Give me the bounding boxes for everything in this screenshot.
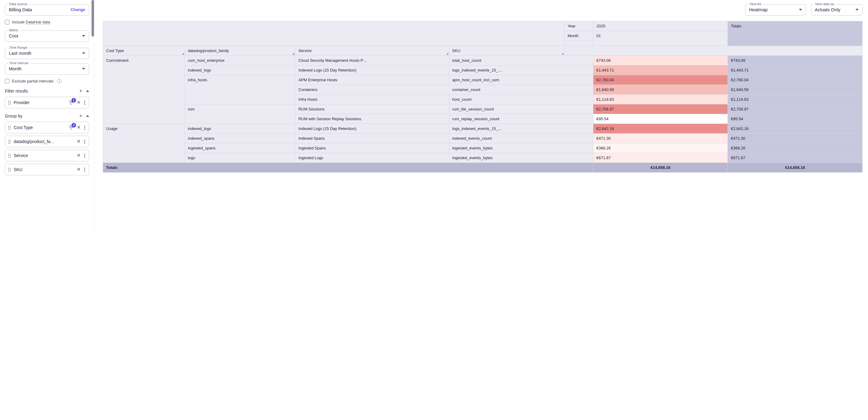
chip[interactable]: Cost Type2✕: [5, 122, 89, 133]
drag-handle-icon[interactable]: [8, 101, 11, 105]
add-group-icon[interactable]: +: [79, 113, 83, 119]
chevron-down-icon: [856, 9, 859, 11]
collapse-filter-icon[interactable]: [86, 90, 89, 92]
remove-icon[interactable]: ✕: [76, 167, 81, 172]
exclude-partial-row[interactable]: Exclude partial intervals i: [5, 79, 89, 83]
cell-cost-type: Commitment: [103, 56, 185, 124]
header-year-value: 2025: [593, 21, 728, 31]
cell-value: €671.87: [593, 153, 728, 163]
exclude-partial-checkbox[interactable]: [5, 79, 9, 83]
chip-label: SKU: [14, 167, 73, 172]
cell-family: indexed_logs: [185, 124, 295, 133]
remove-icon[interactable]: ✕: [76, 100, 81, 105]
collapse-group-icon[interactable]: [86, 115, 89, 117]
grand-total-value: €14,658.16: [593, 163, 728, 173]
cell-service: Ingested Spans: [295, 143, 449, 153]
time-interval-value: Month: [9, 66, 22, 71]
cell-row-total: €1,640.58: [728, 85, 863, 95]
remove-icon[interactable]: ✕: [76, 139, 81, 144]
datasource-legend: Data source: [8, 2, 28, 6]
cell-family: infra_hosts: [185, 75, 295, 104]
time-interval-select[interactable]: Time Interval Month: [5, 63, 89, 74]
cell-sku: logs_indexed_events_15_…: [449, 65, 593, 75]
time-range-legend: Time Range: [8, 46, 29, 49]
view-as-select[interactable]: View As Heatmap: [745, 4, 806, 16]
more-menu-icon[interactable]: [84, 140, 86, 144]
remove-icon[interactable]: ✕: [76, 153, 81, 158]
cell-value: €95.54: [593, 114, 728, 124]
more-menu-icon[interactable]: [84, 101, 86, 105]
header-month-label: Month: [564, 31, 593, 41]
main-content: View As Heatmap View data as Actuals Onl…: [94, 0, 868, 231]
resize-handle-icon[interactable]: [182, 53, 184, 55]
cell-service: Infra Hosts: [295, 95, 449, 104]
scrollbar-thumb[interactable]: [92, 0, 94, 36]
add-filter-icon[interactable]: +: [79, 88, 83, 94]
cell-value: €743.09: [593, 56, 728, 65]
header-cost-type[interactable]: Cost Type: [103, 46, 185, 56]
filter-count-badge: 1: [71, 98, 76, 102]
cell-row-total: €2,760.04: [728, 75, 863, 85]
header-blank: [103, 21, 564, 46]
table-row: Usageindexed_logsIndexed Logs (15 Day Re…: [103, 124, 863, 133]
cell-service: Indexed Logs (15 Day Retention): [295, 124, 449, 133]
drag-handle-icon[interactable]: [8, 126, 11, 130]
sidebar: Data source Billing Data Change Include …: [0, 0, 94, 231]
filter-icon[interactable]: 1: [69, 100, 73, 105]
drag-handle-icon[interactable]: [8, 154, 11, 158]
table-row: logsIngested Logsingested_events_bytes€6…: [103, 153, 863, 163]
include-datahub-checkbox[interactable]: [5, 20, 9, 24]
heatmap-table: Year 2025 Totals Month 01 Cost Type data…: [103, 21, 863, 173]
table-row: indexed_logsIndexed Logs (15 Day Retenti…: [103, 65, 863, 75]
remove-icon[interactable]: ✕: [76, 125, 81, 130]
header-family[interactable]: datadog/product_family: [185, 46, 295, 56]
metric-select[interactable]: Metric Cost: [5, 30, 89, 42]
cell-value: €2,706.97: [593, 104, 728, 114]
chevron-down-icon: [82, 68, 85, 70]
cell-sku: apm_host_count_incl_usm: [449, 75, 593, 85]
chip-label: Provider: [14, 100, 66, 105]
time-interval-legend: Time Interval: [8, 61, 30, 65]
cell-row-total: €1,443.71: [728, 65, 863, 75]
resize-handle-icon[interactable]: [446, 53, 448, 55]
cell-value: €1,640.58: [593, 85, 728, 95]
cell-family: csm_host_enterprise: [185, 56, 295, 65]
chip[interactable]: Provider1✕: [5, 97, 89, 108]
view-data-as-select[interactable]: View data as Actuals Only: [811, 4, 863, 16]
datasource-value: Billing Data: [9, 7, 32, 12]
chip[interactable]: SKU✕: [5, 164, 89, 175]
time-range-value: Last month: [9, 51, 31, 56]
cell-row-total: €2,642.16: [728, 124, 863, 133]
filter-icon[interactable]: 2: [69, 125, 73, 130]
cell-service: Indexed Spans: [295, 133, 449, 143]
resize-handle-icon[interactable]: [292, 53, 294, 55]
resize-handle-icon[interactable]: [561, 53, 564, 55]
cell-sku: container_count: [449, 85, 593, 95]
cell-sku: host_count: [449, 95, 593, 104]
cell-service: Containers: [295, 85, 449, 95]
cell-sku: ingested_events_bytes: [449, 143, 593, 153]
time-range-select[interactable]: Time Range Last month: [5, 48, 89, 59]
info-icon[interactable]: i: [57, 79, 61, 83]
include-datahub-row[interactable]: Include DataHub data: [5, 20, 89, 24]
filter-list: Provider1✕: [5, 97, 89, 108]
group-title: Group by: [5, 114, 23, 118]
drag-handle-icon[interactable]: [8, 140, 11, 144]
more-menu-icon[interactable]: [84, 168, 86, 172]
cell-value: €2,760.04: [593, 75, 728, 85]
header-service[interactable]: Service: [295, 46, 449, 56]
drag-handle-icon[interactable]: [8, 168, 11, 172]
change-datasource-link[interactable]: Change: [70, 7, 85, 12]
chip-label: Cost Type: [14, 125, 66, 130]
header-sku[interactable]: SKU: [449, 46, 564, 56]
cell-value: €2,642.16: [593, 124, 728, 133]
cell-sku: indexed_events_count: [449, 133, 593, 143]
more-menu-icon[interactable]: [84, 126, 86, 130]
table-row: Commitmentcsm_host_enterpriseCloud Secur…: [103, 56, 863, 65]
chip-label: datadog/product_fa…: [14, 139, 73, 144]
cell-family: ingested_spans: [185, 143, 295, 153]
chip[interactable]: datadog/product_fa…✕: [5, 136, 89, 147]
more-menu-icon[interactable]: [84, 154, 86, 158]
cell-service: RUM with Session Replay Sessions: [295, 114, 449, 124]
chip[interactable]: Service✕: [5, 150, 89, 161]
